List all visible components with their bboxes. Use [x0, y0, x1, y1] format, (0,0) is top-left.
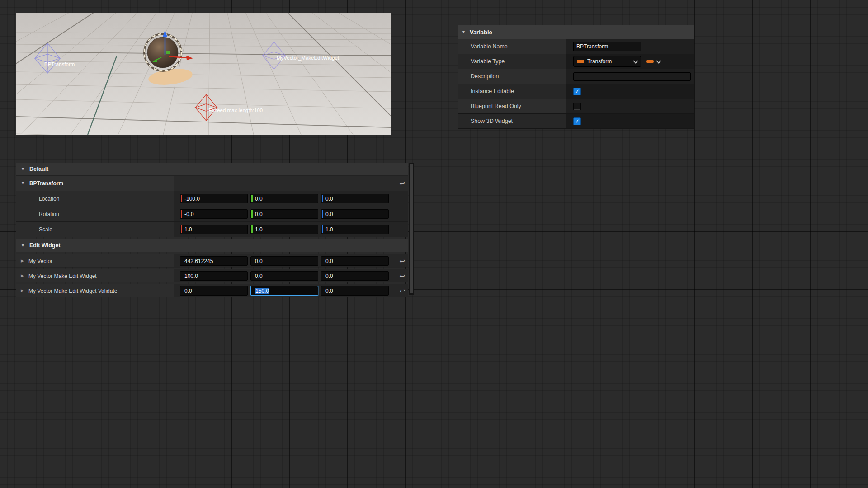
collapse-triangle-icon[interactable]: ▼	[21, 167, 25, 171]
category-header-default[interactable]: ▼ Default	[16, 163, 408, 176]
location-z-field[interactable]: 0.0	[321, 194, 389, 203]
y-axis-color-bar	[251, 195, 253, 202]
rotation-y-field[interactable]: 0.0	[250, 209, 318, 219]
my-vector-x-field[interactable]: 442.612245	[180, 256, 248, 266]
expand-triangle-icon[interactable]: ▶	[21, 289, 24, 293]
variable-type-row: Variable Type Transform	[458, 54, 694, 69]
scale-label: Scale	[16, 222, 174, 237]
location-y-field[interactable]: 0.0	[250, 194, 318, 203]
collapse-triangle-icon[interactable]: ▼	[21, 181, 25, 185]
description-label: Description	[458, 69, 566, 84]
my-vector-make-edit-widget-validate-row: ▶ My Vector Make Edit Widget Validate 0.…	[16, 284, 408, 297]
my-vector-row: ▶ My Vector 442.612245 0.0 0.0 ↩	[16, 254, 408, 267]
scale-z-field[interactable]: 1.0	[321, 225, 389, 234]
scale-x-value: 1.0	[184, 226, 192, 233]
location-x-value: -100.0	[184, 196, 200, 202]
check-icon: ✓	[575, 89, 580, 94]
variable-type-dropdown[interactable]: Transform	[573, 56, 641, 67]
validate-z-value: 0.0	[326, 288, 333, 294]
chevron-down-icon	[656, 58, 661, 63]
variable-name-label: Variable Name	[458, 39, 566, 54]
show-3d-widget-row: Show 3D Widget ✓	[458, 114, 694, 129]
z-axis-color-bar	[322, 210, 323, 218]
scale-x-field[interactable]: 1.0	[180, 225, 248, 234]
location-z-value: 0.0	[326, 196, 333, 202]
validate-y-field-focused[interactable]: 150.0	[250, 286, 318, 296]
scale-row: Scale 1.0 1.0 1.0	[16, 222, 408, 237]
validate-y-value-selected: 150.0	[255, 288, 269, 294]
my-vector-label: My Vector	[28, 258, 52, 264]
rotation-y-value: 0.0	[255, 211, 263, 217]
viewport-preview[interactable]: BPTransform MyVector_MakeEditWidget Exce…	[16, 13, 391, 135]
container-type-pill-icon	[646, 60, 654, 63]
scrollbar-thumb[interactable]	[410, 164, 413, 293]
variable-section-header[interactable]: ▼ Variable	[458, 25, 694, 39]
validate-x-field[interactable]: 0.0	[180, 286, 248, 296]
category-header-edit-widget[interactable]: ▼ Edit Widget	[16, 239, 408, 252]
location-row: Location -100.0 0.0 0.0	[16, 191, 408, 206]
rotation-z-value: 0.0	[326, 211, 333, 217]
gizmo-plane-handle[interactable]	[166, 51, 170, 54]
rotation-row: Rotation -0.0 0.0 0.0	[16, 206, 408, 222]
z-axis-color-bar	[322, 195, 323, 202]
x-axis-color-bar	[181, 210, 182, 218]
my-vector-make-edit-widget-row: ▶ My Vector Make Edit Widget 100.0 0.0 0…	[16, 269, 408, 282]
scale-y-field[interactable]: 1.0	[250, 225, 318, 234]
details-scrollbar[interactable]	[409, 163, 414, 295]
rotation-z-field[interactable]: 0.0	[321, 209, 389, 219]
variable-type-label: Variable Type	[458, 54, 566, 69]
variable-type-value: Transform	[587, 58, 612, 65]
container-type-dropdown[interactable]	[646, 60, 660, 63]
validate-x-value: 0.0	[184, 288, 192, 294]
my-vector-y-field[interactable]: 0.0	[250, 256, 318, 266]
mvmew-y-value: 0.0	[255, 273, 263, 279]
z-axis-color-bar	[322, 225, 323, 233]
expand-triangle-icon[interactable]: ▶	[21, 274, 24, 278]
show-3d-widget-label: Show 3D Widget	[458, 114, 566, 129]
collapse-triangle-icon[interactable]: ▼	[21, 244, 25, 248]
collapse-triangle-icon[interactable]: ▼	[462, 30, 466, 34]
description-input[interactable]	[573, 72, 691, 81]
viewport-scene: BPTransform MyVector_MakeEditWidget Exce…	[16, 13, 391, 135]
variable-name-input[interactable]	[573, 42, 641, 51]
location-x-field[interactable]: -100.0	[180, 194, 248, 203]
revert-to-default-icon[interactable]: ↩	[399, 258, 405, 264]
y-axis-color-bar	[251, 225, 253, 233]
viewport-floor	[16, 13, 391, 135]
my-vector-make-edit-widget-validate-label: My Vector Make Edit Widget Validate	[28, 288, 118, 294]
mvmew-y-field[interactable]: 0.0	[250, 271, 318, 281]
description-row: Description	[458, 69, 694, 84]
y-axis-color-bar	[251, 210, 253, 218]
bptransform-property-label: BPTransform	[29, 180, 63, 187]
instance-editable-checkbox[interactable]: ✓	[573, 88, 581, 95]
revert-to-default-icon[interactable]: ↩	[399, 272, 405, 279]
revert-to-default-icon[interactable]: ↩	[399, 287, 405, 294]
rotation-x-value: -0.0	[184, 211, 194, 217]
category-default-title: Default	[29, 166, 48, 172]
chevron-down-icon	[633, 58, 638, 63]
blueprint-graph-background[interactable]: BPTransform MyVector_MakeEditWidget Exce…	[0, 0, 868, 488]
my-vector-x-value: 442.612245	[184, 258, 213, 264]
variable-name-row: Variable Name	[458, 39, 694, 54]
sphere-mesh[interactable]	[147, 37, 178, 68]
viewport-label-myvector-makeeditwidget: MyVector_MakeEditWidget	[277, 55, 340, 61]
show-3d-widget-checkbox[interactable]: ✓	[573, 117, 581, 125]
blueprint-read-only-checkbox[interactable]	[573, 103, 581, 110]
rotation-x-field[interactable]: -0.0	[180, 209, 248, 219]
revert-to-default-icon[interactable]: ↩	[399, 180, 405, 187]
blueprint-read-only-label: Blueprint Read Only	[458, 99, 566, 114]
validate-z-field[interactable]: 0.0	[321, 286, 389, 296]
bptransform-property-row[interactable]: ▼ BPTransform ↩	[16, 176, 408, 191]
mvmew-z-field[interactable]: 0.0	[321, 271, 389, 281]
mvmew-x-value: 100.0	[184, 273, 198, 279]
location-label: Location	[16, 191, 174, 206]
viewport-label-exceed-max: Exceed max length:100	[208, 108, 263, 113]
transform-type-pill-icon	[577, 60, 584, 63]
expand-triangle-icon[interactable]: ▶	[21, 259, 24, 263]
instance-editable-label: Instance Editable	[458, 84, 566, 99]
defaults-details-panel: ▼ Default ▼ BPTransform ↩ Location -100.…	[16, 163, 408, 299]
my-vector-y-value: 0.0	[255, 258, 263, 264]
mvmew-x-field[interactable]: 100.0	[180, 271, 248, 281]
my-vector-z-field[interactable]: 0.0	[321, 256, 389, 266]
variable-section-title: Variable	[470, 29, 492, 36]
